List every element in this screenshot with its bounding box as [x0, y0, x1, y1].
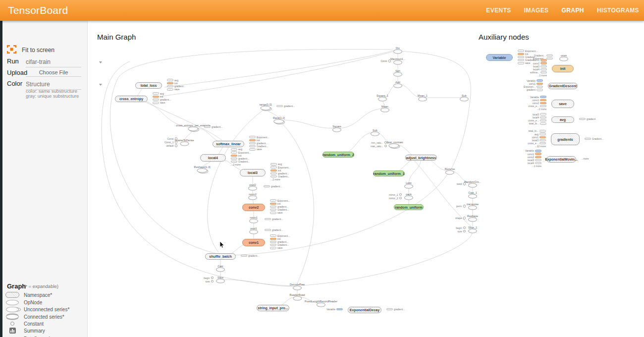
attached-node[interactable]: gradient... [265, 218, 283, 221]
tab-graph[interactable]: GRAPH [562, 7, 584, 14]
graph-node-cast[interactable]: Cast [216, 265, 225, 272]
graph-node-add[interactable]: Add [393, 81, 402, 88]
attached-nodes-exp_moving-l: Variableconv1conv2local3local4...1 more [525, 149, 541, 168]
graph-node-sparse_to_dense[interactable]: SparseToDense [174, 139, 194, 146]
graph-node-maximum[interactable]: MaximumI... [390, 57, 405, 65]
graph-node-reader_read[interactable]: ReaderRead [289, 293, 305, 301]
node-label: shuffle_batch [209, 255, 232, 258]
graph-node-exponential_decay[interactable]: ExponentialDecay [348, 307, 381, 313]
graph-node-sub[interactable]: Sub [460, 94, 469, 102]
graph-node-slice_1[interactable]: Slice_1 [468, 226, 477, 233]
tab-events[interactable]: EVENTS [486, 7, 511, 14]
graph-node-range_1_2[interactable]: range[1-2] [259, 103, 271, 111]
graph-node-reshape[interactable]: Reshape [467, 215, 478, 222]
graph-node-local3[interactable]: local3 [240, 169, 266, 176]
graph-node-norm2[interactable]: norm2 [248, 193, 257, 200]
graph-node-string_input_producer[interactable]: string_input_pro... [257, 305, 289, 311]
constant-node[interactable]: max_valu... [371, 145, 387, 148]
graph-node-mean_1[interactable]: Mean_1 [418, 94, 428, 102]
attached-node[interactable]: Gradient... [585, 137, 603, 140]
graph-node-avg_aux[interactable]: avg [551, 116, 574, 123]
constant-node[interactable]: seed [457, 182, 466, 185]
graph-node-exp_moving[interactable]: ExponentialMovin... [546, 156, 576, 163]
graph-node-transpose[interactable]: transpose [467, 203, 479, 210]
graph-node-cross_entropy[interactable]: cross_entropy [115, 96, 148, 102]
attached-node[interactable]: save [167, 88, 185, 91]
graph-node-rank_1_2[interactable]: Rank[1-2] [273, 116, 285, 124]
graph-node-softmax_linear[interactable]: softmax_linear [213, 141, 244, 147]
fit-to-screen-label[interactable]: Fit to screen [22, 47, 54, 54]
attached-node[interactable]: gradient... [265, 228, 283, 231]
graph-node-reverse[interactable]: Reverse [445, 168, 455, 175]
constant-node[interactable]: perm [456, 205, 466, 208]
constant-node[interactable]: mirror_2 [389, 197, 402, 200]
sidebar-scrollbar[interactable] [0, 21, 2, 337]
graph-node-sqrt[interactable]: Sqrt [393, 69, 402, 77]
attached-node[interactable]: gradient... [241, 254, 259, 257]
attached-node[interactable]: gradient... [264, 185, 282, 188]
constant-node[interactable]: begin [204, 277, 214, 280]
graph-node-total_loss[interactable]: total_loss [135, 82, 162, 89]
graph-node-random_uniform_1[interactable]: random_uniform_1 [373, 170, 405, 176]
attached-node-shape [539, 139, 546, 142]
constant-node[interactable]: min_valu... [371, 141, 387, 144]
graph-node-last[interactable]: Less [404, 181, 413, 189]
graph-node-random_crop[interactable]: RandomCro... [464, 180, 481, 188]
graph-node-slice[interactable]: Slice [216, 276, 225, 283]
tab-images[interactable]: IMAGES [524, 7, 549, 14]
graph-node-fixed_length[interactable]: FixedLengthRecordReader [305, 300, 337, 307]
attached-node-label: init [278, 169, 281, 172]
constant-node[interactable]: default [166, 144, 177, 147]
tab-histograms[interactable]: HISTOGRAMS [597, 7, 639, 14]
graph-node-variable[interactable]: Variable [486, 54, 513, 61]
graph-node-gradient_descent[interactable]: GradientDescent [548, 83, 578, 89]
attached-node[interactable]: gradient [579, 117, 595, 120]
graph-node-mean[interactable]: Mean [380, 105, 389, 112]
attached-node[interactable]: Variable [326, 308, 343, 311]
graph-node-div[interactable]: Div [393, 47, 402, 54]
constant-node[interactable]: size [206, 280, 214, 283]
graph-node-conv1[interactable]: conv1 [242, 239, 265, 246]
graph-node-random_uniform_2[interactable]: random_uniform_2 [322, 152, 354, 158]
constant-node[interactable]: begin [456, 226, 466, 229]
fit-to-screen-icon[interactable] [7, 45, 16, 54]
graph-node-norm1[interactable]: norm1 [249, 216, 258, 224]
graph-node-adjust_brightness[interactable]: adjust_brightness [405, 155, 437, 161]
attached-node[interactable]: total_lo... [529, 122, 546, 125]
graph-node-shuffle_batch[interactable]: shuffle_batch [205, 253, 236, 260]
constant-node[interactable]: Const [167, 137, 177, 140]
graph-node-square_1[interactable]: Square_1 [376, 94, 388, 102]
graph-node-decode_raw[interactable]: DecodeRaw [290, 283, 305, 290]
graph-node-pack[interactable]: pack [404, 193, 413, 200]
graph-node-pool2[interactable]: pool2 [248, 183, 257, 191]
graph-node-square[interactable]: Square [332, 125, 341, 132]
constant-node[interactable]: Const_1 [164, 141, 177, 144]
attached-node[interactable]: gradient... [204, 125, 222, 128]
choose-file-button[interactable]: Choose File [29, 68, 78, 76]
graph-node-init_aux[interactable]: init [552, 65, 574, 72]
graph-node-ones[interactable]: ones [559, 54, 568, 61]
attached-node[interactable]: gradient... [276, 105, 295, 108]
constant-node[interactable]: shape [455, 217, 466, 220]
graph-node-adjust_contrast[interactable]: adjust_contrast [384, 141, 403, 148]
attached-node[interactable]: gradient [527, 88, 543, 91]
graph-node-gradients_aux[interactable]: gradients [551, 133, 580, 145]
graph-node-reshape_1_3[interactable]: Reshape[1-3] [194, 166, 210, 173]
attached-node[interactable]: save [270, 211, 290, 214]
constant-node[interactable]: mirror_1 [389, 193, 402, 196]
graph-node-save_aux[interactable]: save [551, 100, 574, 108]
graph-node-sub2[interactable]: Sub [371, 129, 379, 136]
run-select[interactable]: cifar-train [26, 58, 81, 67]
graph-node-cast_1[interactable]: Cast_1 [468, 191, 477, 199]
constant-node[interactable]: size [458, 230, 466, 233]
attached-node[interactable]: save [249, 148, 269, 151]
graph-node-random_uniform[interactable]: random_uniform [394, 204, 424, 210]
graph-node-conv2[interactable]: conv2 [242, 204, 265, 211]
attached-node[interactable]: gradient... [386, 308, 405, 311]
graph-node-pool1[interactable]: pool1 [249, 227, 258, 234]
graph-node-local4[interactable]: local4 [200, 154, 226, 162]
attached-node[interactable]: save [153, 101, 171, 104]
attached-node-label: gradient... [272, 228, 283, 231]
constant-node[interactable]: Const [380, 59, 391, 62]
attached-node[interactable]: save [270, 246, 290, 249]
